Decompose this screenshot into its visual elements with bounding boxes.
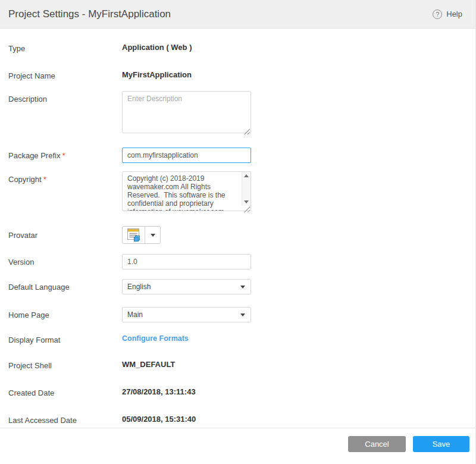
last-accessed-date-label: Last Accessed Date	[8, 416, 77, 425]
default-language-value: English	[127, 283, 151, 291]
page-title: Project Settings - MyFirstApplication	[8, 8, 171, 20]
scroll-down-icon[interactable]	[244, 200, 249, 203]
footer-divider	[0, 428, 475, 428]
cancel-button[interactable]: Cancel	[348, 436, 406, 452]
package-prefix-label: Package Prefix	[8, 151, 60, 160]
settings-form: Type Application ( Web ) Project Name My…	[0, 29, 475, 425]
help-icon: ?	[433, 10, 442, 19]
type-label: Type	[8, 44, 25, 53]
home-page-select[interactable]: Main	[122, 307, 251, 322]
caret-down-icon	[240, 313, 245, 316]
provatar-dropdown-button[interactable]	[145, 227, 160, 243]
project-name-value: MyFirstApplication	[122, 70, 192, 79]
caret-down-icon	[240, 286, 245, 289]
row-project-name: Project Name MyFirstApplication	[8, 70, 475, 81]
row-package-prefix: Package Prefix*	[8, 148, 475, 163]
provatar-label: Provatar	[8, 231, 37, 240]
copyright-field-wrap: Copyright (c) 2018-2019 wavemaker.com Al…	[122, 171, 251, 214]
created-date-value: 27/08/2018, 13:11:43	[122, 387, 196, 396]
package-prefix-input[interactable]	[122, 148, 251, 163]
help-label: Help	[446, 10, 462, 18]
dialog-header: Project Settings - MyFirstApplication ? …	[0, 0, 475, 29]
scroll-up-icon[interactable]	[244, 174, 249, 177]
provatar-image-button[interactable]	[123, 227, 145, 243]
copyright-label: Copyright	[8, 171, 42, 184]
row-default-language: Default Language English	[8, 279, 475, 294]
row-last-accessed-date: Last Accessed Date 05/09/2018, 15:31:40	[8, 415, 475, 425]
description-field-wrap	[122, 91, 251, 136]
default-language-label: Default Language	[8, 283, 70, 291]
type-value: Application ( Web )	[122, 43, 192, 52]
description-label: Description	[8, 91, 47, 104]
row-created-date: Created Date 27/08/2018, 13:11:43	[8, 387, 475, 398]
description-textarea[interactable]	[122, 91, 251, 133]
created-date-label: Created Date	[8, 388, 54, 397]
project-shell-value: WM_DEFAULT	[122, 360, 175, 369]
home-page-value: Main	[127, 311, 143, 319]
row-project-shell: Project Shell WM_DEFAULT	[8, 360, 475, 371]
last-accessed-date-value: 05/09/2018, 15:31:40	[122, 415, 196, 424]
copyright-textarea[interactable]: Copyright (c) 2018-2019 wavemaker.com Al…	[122, 171, 251, 211]
row-version: Version	[8, 254, 475, 269]
caret-down-icon	[151, 234, 155, 237]
row-description: Description	[8, 91, 475, 136]
project-name-label: Project Name	[8, 71, 55, 80]
help-button[interactable]: ? Help	[433, 10, 462, 19]
default-language-select[interactable]: English	[122, 279, 251, 294]
display-format-label: Display Format	[8, 336, 60, 344]
textarea-scrollbar[interactable]	[242, 172, 250, 206]
configure-formats-link[interactable]: Configure Formats	[122, 334, 189, 343]
required-asterisk: *	[62, 151, 65, 160]
row-provatar: Provatar	[8, 226, 475, 244]
project-settings-dialog: Project Settings - MyFirstApplication ? …	[0, 0, 476, 464]
row-type: Type Application ( Web )	[8, 43, 475, 54]
row-home-page: Home Page Main	[8, 307, 475, 322]
version-label: Version	[8, 258, 34, 267]
save-button[interactable]: Save	[413, 436, 469, 452]
row-display-format: Display Format Configure Formats	[8, 334, 475, 345]
row-copyright: Copyright* Copyright (c) 2018-2019 wavem…	[8, 171, 475, 214]
project-shell-label: Project Shell	[8, 361, 52, 370]
home-page-label: Home Page	[8, 311, 49, 319]
footer-actions: Cancel Save	[348, 436, 469, 452]
required-asterisk: *	[43, 171, 46, 184]
notepad-cube-icon	[126, 228, 142, 242]
version-input[interactable]	[122, 254, 251, 269]
provatar-split-button	[122, 226, 161, 244]
